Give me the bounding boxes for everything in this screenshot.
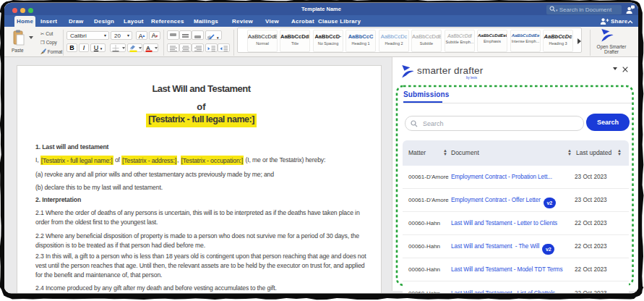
svg-text:A: A bbox=[146, 45, 150, 51]
